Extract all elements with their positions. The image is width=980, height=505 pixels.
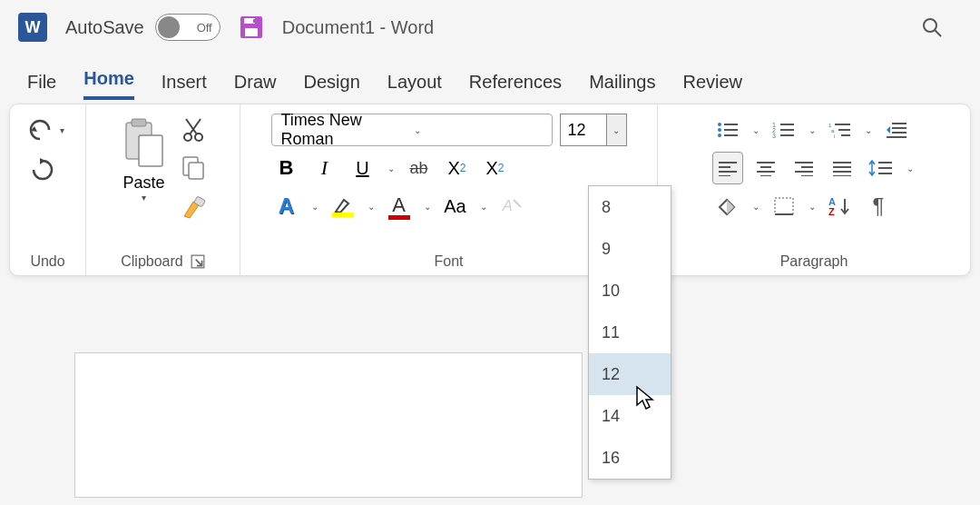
align-left-button[interactable] — [712, 152, 743, 184]
svg-point-20 — [718, 128, 721, 132]
tab-references[interactable]: References — [469, 72, 562, 100]
undo-button[interactable]: ▾ — [25, 115, 70, 144]
autosave-label: AutoSave — [65, 17, 144, 38]
font-size-option[interactable]: 12 — [589, 353, 671, 395]
cut-button[interactable] — [179, 115, 208, 144]
change-case-button[interactable]: Aa — [440, 190, 471, 223]
font-size-option[interactable]: 16 — [589, 437, 671, 479]
line-spacing-button[interactable] — [865, 152, 897, 184]
autosave-control: AutoSave Off — [65, 14, 220, 41]
tab-draw[interactable]: Draw — [234, 72, 277, 100]
font-size-option[interactable]: 8 — [589, 186, 671, 228]
text-effects-button[interactable]: A — [271, 190, 302, 223]
chevron-down-icon[interactable]: ⌄ — [905, 163, 916, 173]
numbering-button[interactable]: 123 — [769, 114, 799, 146]
group-label-undo: Undo — [30, 250, 64, 272]
group-label-font: Font — [434, 250, 463, 272]
chevron-down-icon[interactable]: ⌄ — [750, 202, 761, 212]
svg-point-4 — [924, 19, 936, 32]
chevron-down-icon[interactable]: ⌄ — [478, 202, 489, 212]
format-painter-button[interactable] — [179, 192, 208, 221]
bullets-button[interactable] — [712, 114, 743, 146]
highlight-color-bar — [332, 213, 354, 217]
chevron-down-icon: ⌄ — [412, 125, 546, 135]
justify-button[interactable] — [827, 152, 858, 184]
italic-button[interactable]: I — [309, 152, 340, 184]
tab-insert[interactable]: Insert — [162, 72, 207, 100]
svg-rect-8 — [139, 135, 162, 166]
font-size-dropdown-button[interactable]: ⌄ — [607, 114, 627, 146]
shading-button[interactable] — [712, 190, 743, 223]
show-hide-marks-button[interactable]: ¶ — [863, 190, 894, 223]
chevron-down-icon: ⌄ — [611, 125, 622, 135]
save-icon[interactable] — [239, 15, 264, 40]
paste-split[interactable]: Paste — [122, 173, 164, 193]
svg-line-5 — [935, 30, 941, 36]
svg-rect-3 — [253, 19, 256, 23]
svg-rect-7 — [132, 119, 146, 126]
font-size-option[interactable]: 10 — [589, 270, 671, 312]
tab-layout[interactable]: Layout — [387, 72, 442, 100]
autosave-toggle[interactable]: Off — [155, 14, 220, 41]
font-color-button[interactable]: A — [384, 190, 415, 223]
tab-review[interactable]: Review — [682, 72, 742, 100]
svg-rect-2 — [245, 28, 258, 36]
chevron-down-icon[interactable]: ▾ — [140, 193, 148, 203]
word-app-icon: W — [18, 13, 47, 42]
tab-home[interactable]: Home — [83, 68, 134, 100]
svg-text:Z: Z — [828, 206, 835, 216]
chevron-down-icon[interactable]: ⌄ — [366, 202, 377, 212]
align-right-button[interactable] — [789, 152, 819, 184]
font-size-option[interactable]: 14 — [589, 395, 671, 437]
svg-point-22 — [718, 134, 721, 137]
group-label-clipboard: Clipboard — [121, 250, 204, 272]
highlight-button[interactable] — [328, 190, 358, 223]
clear-formatting-button[interactable]: A — [496, 190, 527, 223]
repeat-button[interactable] — [25, 153, 70, 186]
group-paragraph: ⌄ 123 ⌄ 1ai ⌄ ⌄ ⌄ — [658, 104, 970, 275]
svg-text:A: A — [502, 198, 513, 213]
paste-label: Paste — [122, 173, 164, 193]
borders-button[interactable] — [769, 190, 799, 223]
ribbon: ▾ Undo Paste ▾ — [9, 104, 971, 276]
sort-button[interactable]: AZ — [825, 190, 856, 223]
font-size-dropdown-list: 8 9 10 11 12 14 16 — [588, 185, 671, 480]
group-clipboard: Paste ▾ Clipboard — [86, 104, 240, 275]
strikethrough-button[interactable]: ab — [404, 152, 435, 184]
chevron-down-icon[interactable]: ⌄ — [422, 202, 433, 212]
tab-mailings[interactable]: Mailings — [589, 72, 655, 100]
copy-button[interactable] — [179, 153, 208, 183]
tab-file[interactable]: File — [27, 72, 56, 100]
toggle-knob — [158, 16, 180, 38]
group-undo: ▾ Undo — [10, 104, 86, 275]
chevron-down-icon[interactable]: ⌄ — [807, 125, 818, 135]
chevron-down-icon[interactable]: ⌄ — [750, 125, 761, 135]
paste-button[interactable] — [119, 115, 170, 173]
underline-button[interactable]: U — [348, 152, 378, 184]
font-size-option[interactable]: 11 — [589, 312, 671, 353]
superscript-button[interactable]: X2 — [480, 152, 511, 184]
font-size-combo[interactable]: 12 — [560, 114, 607, 146]
tab-design[interactable]: Design — [304, 72, 360, 100]
font-color-bar — [388, 215, 410, 220]
search-icon[interactable] — [920, 15, 944, 39]
chevron-down-icon[interactable]: ⌄ — [863, 125, 874, 135]
font-size-option[interactable]: 9 — [589, 228, 671, 270]
subscript-button[interactable]: X2 — [442, 152, 473, 184]
multilevel-list-button[interactable]: 1ai — [825, 114, 856, 146]
bold-button[interactable]: B — [271, 152, 302, 184]
align-center-button[interactable] — [750, 152, 781, 184]
ribbon-tabs: File Home Insert Draw Design Layout Refe… — [0, 54, 980, 100]
toggle-state-label: Off — [197, 21, 212, 35]
font-name-combo[interactable]: Times New Roman ⌄ — [271, 114, 553, 146]
document-page[interactable] — [74, 352, 583, 498]
decrease-indent-button[interactable] — [881, 114, 912, 146]
svg-rect-59 — [775, 198, 793, 214]
chevron-down-icon[interactable]: ⌄ — [309, 202, 320, 212]
group-label-paragraph: Paragraph — [780, 250, 848, 272]
chevron-down-icon[interactable]: ⌄ — [386, 163, 397, 173]
svg-point-18 — [718, 123, 721, 126]
dialog-launcher-icon[interactable] — [191, 254, 205, 269]
chevron-down-icon[interactable]: ⌄ — [807, 202, 818, 212]
svg-text:i: i — [834, 134, 835, 139]
